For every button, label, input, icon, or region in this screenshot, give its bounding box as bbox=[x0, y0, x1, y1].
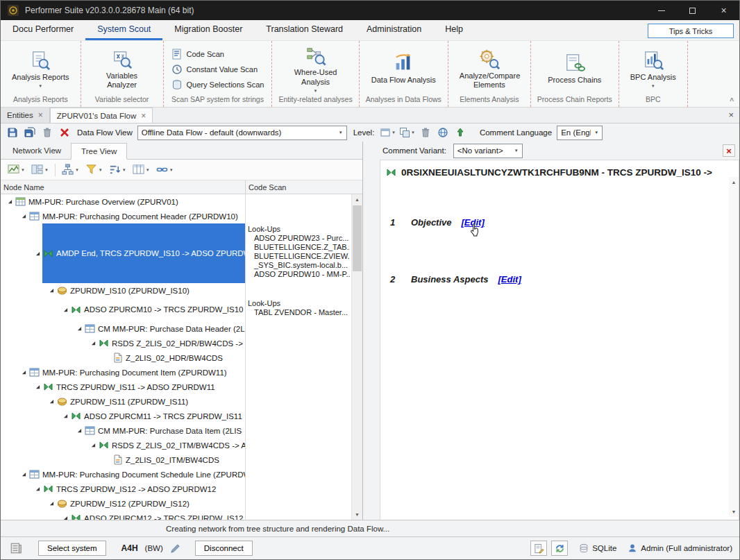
data-flow-view-combo[interactable]: Offline Data Flow - default (downwards)▼ bbox=[137, 126, 347, 140]
expand-arrow-icon[interactable] bbox=[47, 283, 56, 298]
tree-node[interactable]: CM MM-PUR: Purchase Data Item (2LIS bbox=[84, 423, 245, 438]
tree-node[interactable]: RSDS Z_2LIS_02_ITM/BW4CDS -> A bbox=[98, 438, 245, 452]
delete-button[interactable] bbox=[40, 125, 55, 140]
expand-arrow-icon[interactable] bbox=[19, 365, 28, 380]
ribbon-button-bpc-analysis[interactable]: BPC Analysis▼ bbox=[624, 49, 682, 90]
system-list-button[interactable] bbox=[8, 540, 24, 557]
trash-button[interactable] bbox=[418, 125, 433, 140]
tree-node[interactable]: TRCS ZPURDW_IS12 -> ADSO ZPURDW12 bbox=[42, 482, 245, 496]
tree-node[interactable]: CM MM-PUR: Purchase Data Header (2L bbox=[84, 321, 245, 336]
document-tab-entities[interactable]: Entities× bbox=[1, 108, 50, 123]
ribbon-button-process-chains[interactable]: Process Chains bbox=[541, 51, 607, 86]
ribbon-button-query-selections-scan[interactable]: Query Selections Scan bbox=[169, 78, 267, 91]
expand-arrow-icon[interactable] bbox=[60, 298, 70, 321]
tree-node[interactable]: RSDS Z_2LIS_02_HDR/BW4CDS -> bbox=[98, 336, 245, 350]
column-header-node-name[interactable]: Node Name bbox=[1, 180, 246, 194]
scroll-track[interactable] bbox=[729, 187, 739, 507]
menu-tab-administration[interactable]: Administration bbox=[355, 20, 433, 40]
tree-node[interactable]: ADSO ZPURCM12 -> TRCS ZPURDW_IS12 bbox=[70, 511, 245, 520]
menu-tab-help[interactable]: Help bbox=[433, 20, 475, 40]
code-scan-item[interactable]: BLUETELLIGENCE.Z_TAB... bbox=[248, 243, 350, 252]
save-all-button[interactable] bbox=[22, 125, 37, 140]
expand-arrow-icon[interactable] bbox=[88, 438, 98, 452]
save-button[interactable] bbox=[5, 125, 20, 140]
expand-arrow-icon[interactable] bbox=[74, 423, 84, 438]
scroll-up-icon[interactable]: ▲ bbox=[729, 177, 739, 187]
column-chooser-button[interactable]: ▼ bbox=[131, 162, 152, 177]
hierarchy-button[interactable]: ▼ bbox=[60, 162, 81, 177]
expand-arrow-icon[interactable] bbox=[60, 511, 70, 520]
expand-arrow-icon[interactable] bbox=[47, 496, 56, 511]
tree-node[interactable]: Z_2LIS_02_ITM/BW4CDS bbox=[112, 452, 245, 467]
scroll-up-icon[interactable]: ▲ bbox=[352, 194, 362, 205]
comment-scrollbar[interactable]: ▲ ▼ bbox=[729, 177, 739, 517]
tree-node[interactable]: AMDP End, TRCS ZPURDW_IS10 -> ADSO ZPURD… bbox=[42, 223, 245, 283]
scroll-down-icon[interactable]: ▼ bbox=[729, 507, 739, 517]
scroll-down-icon[interactable]: ▼ bbox=[352, 509, 362, 520]
window-button[interactable]: ▼ bbox=[379, 125, 396, 140]
menu-tab-migration-booster[interactable]: Migration Booster bbox=[162, 20, 254, 40]
code-scan-item[interactable]: BLUETELLIGENCE.ZVIEW... bbox=[248, 252, 350, 261]
dropdown-arrow-icon[interactable]: ▼ bbox=[591, 126, 602, 139]
tree-node[interactable]: TRCS ZPURDW_IS11 -> ADSO ZPURDW11 bbox=[42, 380, 245, 394]
view-tab-tree-view[interactable]: Tree View bbox=[71, 143, 127, 160]
expand-arrow-icon[interactable] bbox=[74, 321, 84, 336]
expand-arrow-icon[interactable] bbox=[47, 394, 56, 409]
view-tab-network-view[interactable]: Network View bbox=[3, 142, 71, 159]
ribbon-button-variables-analyzer[interactable]: Variables Analyzer bbox=[86, 47, 158, 91]
layout-button[interactable]: ▼ bbox=[29, 162, 51, 177]
filter-button[interactable]: ▼ bbox=[83, 162, 105, 177]
ribbon-button-analyze-compare-elements[interactable]: Analyze/Compare Elements bbox=[453, 47, 525, 91]
ribbon-button-code-scan[interactable]: Code Scan bbox=[169, 48, 227, 60]
edit-connection-button[interactable] bbox=[167, 540, 184, 557]
expand-arrow-icon[interactable] bbox=[33, 380, 42, 394]
ribbon-button-data-flow-analysis[interactable]: Data Flow Analysis bbox=[365, 51, 442, 86]
link-button[interactable]: ▼ bbox=[154, 162, 176, 177]
remove-red-x-button[interactable] bbox=[57, 125, 72, 140]
collapse-ribbon-button[interactable]: ^ bbox=[730, 97, 734, 105]
comment-variant-combo[interactable]: <No variant>▼ bbox=[453, 144, 523, 158]
menu-tab-system-scout[interactable]: System Scout bbox=[85, 20, 162, 40]
copy-window-button[interactable]: ▼ bbox=[398, 125, 416, 140]
close-tab-icon[interactable]: × bbox=[141, 111, 146, 121]
sort-button[interactable]: ▼ bbox=[107, 162, 128, 177]
edit-link[interactable]: [Edit] bbox=[498, 274, 521, 285]
close-document-button[interactable]: × bbox=[728, 110, 734, 120]
disconnect-button[interactable]: Disconnect bbox=[195, 541, 253, 556]
comment-language-combo[interactable]: En (English)▼ bbox=[557, 126, 603, 140]
code-scan-item[interactable]: ADSO ZPURDW10 - MM-P... bbox=[248, 270, 350, 279]
select-system-button[interactable]: Select system bbox=[38, 541, 106, 556]
tree-node[interactable]: ADSO ZPURCM10 -> TRCS ZPURDW_IS10 bbox=[70, 298, 245, 321]
tree-node[interactable]: MM-PUR: Purchase Overview (ZPURV01) bbox=[15, 194, 245, 209]
expand-arrow-icon[interactable] bbox=[19, 467, 28, 482]
tree-scrollbar[interactable]: ▲ ▼ bbox=[351, 194, 362, 520]
scroll-thumb[interactable] bbox=[353, 205, 362, 271]
maximize-button[interactable] bbox=[677, 1, 708, 20]
ribbon-button-analysis-reports[interactable]: Analysis Reports▼ bbox=[6, 49, 76, 90]
document-tab-zpurv01-s-data-flow[interactable]: ZPURV01's Data Flow× bbox=[50, 108, 153, 123]
tree-node[interactable]: MM-PUR: Purchasing Document Item (ZPURDW… bbox=[28, 365, 245, 380]
tree-node[interactable]: MM-PUR: Purchasing Document Header (ZPUR… bbox=[28, 209, 245, 223]
column-header-code-scan[interactable]: Code Scan bbox=[246, 180, 362, 194]
scroll-track[interactable] bbox=[352, 205, 362, 509]
tips-tricks-button[interactable]: Tips & Tricks bbox=[648, 24, 734, 38]
close-comment-button[interactable]: × bbox=[723, 144, 735, 157]
expand-arrow-icon[interactable] bbox=[60, 409, 70, 423]
log-button[interactable] bbox=[530, 541, 547, 556]
tree-node[interactable]: Z_2LIS_02_HDR/BW4CDS bbox=[112, 350, 245, 365]
expand-arrow-icon[interactable] bbox=[33, 482, 42, 496]
tree-node[interactable]: ZPURDW_IS12 (ZPURDW_IS12) bbox=[56, 496, 245, 511]
ribbon-button-where-used-analysis[interactable]: Where-Used Analysis▼ bbox=[280, 44, 352, 94]
dropdown-arrow-icon[interactable]: ▼ bbox=[511, 144, 522, 158]
minimize-button[interactable] bbox=[646, 1, 677, 20]
expand-arrow-icon[interactable] bbox=[88, 336, 98, 350]
menu-tab-docu-performer[interactable]: Docu Performer bbox=[1, 20, 85, 40]
diagram-button[interactable]: ▼ bbox=[6, 162, 27, 177]
tree-node[interactable]: ADSO ZPURCM11 -> TRCS ZPURDW_IS11 bbox=[70, 409, 245, 423]
close-tab-icon[interactable]: × bbox=[38, 110, 43, 120]
code-scan-item[interactable]: ADSO ZPURDW23 - Purc... bbox=[248, 234, 350, 243]
tree-node[interactable]: ZPURDW_IS10 (ZPURDW_IS10) bbox=[56, 283, 245, 298]
menu-tab-translation-steward[interactable]: Translation Steward bbox=[254, 20, 355, 40]
code-scan-item[interactable]: TABL ZVENDOR - Master... bbox=[248, 308, 350, 317]
refresh-button[interactable] bbox=[551, 541, 568, 556]
